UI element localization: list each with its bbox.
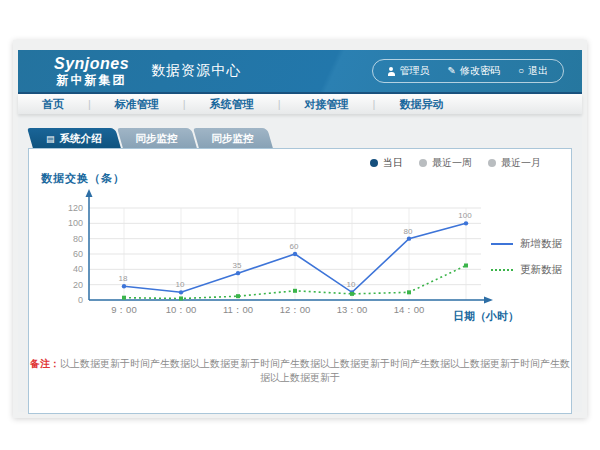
svg-text:80: 80 [404, 227, 413, 236]
line-chart: 0204060801001209：0010：0011：0012：0013：001… [49, 186, 504, 331]
change-password-button[interactable]: ✎ 修改密码 [439, 64, 509, 78]
svg-text:100: 100 [68, 218, 83, 228]
legend-line-dotted-icon [491, 269, 513, 271]
company-logo: Synjones 新中新集团 [54, 56, 129, 86]
legend-item-new-data: 新增数据 [491, 237, 573, 251]
footnote: 备注：以上数据更新于时间产生数据以上数据更新于时间产生数据以上数据更新于时间产生… [29, 357, 571, 385]
svg-text:0: 0 [78, 295, 83, 305]
content-area: ▤系统介绍 同步监控 同步监控 当日 最近一周 [18, 114, 582, 412]
admin-label: 管理员 [400, 64, 430, 78]
filter-today[interactable]: 当日 [370, 156, 403, 170]
svg-text:9：00: 9：00 [111, 304, 136, 315]
svg-text:20: 20 [73, 280, 83, 290]
user-icon [388, 67, 395, 75]
tab-system-intro[interactable]: ▤系统介绍 [30, 128, 118, 148]
edit-icon: ✎ [448, 66, 456, 76]
x-axis-title: 日期（小时） [453, 309, 519, 324]
svg-text:10: 10 [176, 280, 185, 289]
page-title: 数据资源中心 [151, 62, 241, 80]
y-axis-title: 数据交换（条） [41, 171, 125, 186]
nav-item-system-mgmt[interactable]: 系统管理 [186, 97, 278, 112]
svg-text:14：00: 14：00 [394, 304, 425, 315]
logout-button[interactable]: ○ 退出 [509, 64, 557, 78]
chart-panel: 当日 最近一周 最近一月 数据交换（条） 0204060801001209：00… [28, 148, 572, 414]
svg-text:10：00: 10：00 [166, 304, 197, 315]
nav-item-data-change[interactable]: 数据异动 [375, 97, 467, 112]
svg-text:80: 80 [73, 234, 83, 244]
footnote-prefix: 备注： [30, 358, 60, 369]
time-range-filter: 当日 最近一周 最近一月 [354, 156, 541, 170]
document-grid-icon: ▤ [46, 134, 55, 144]
radio-icon [419, 159, 427, 167]
svg-text:18: 18 [119, 274, 128, 283]
power-icon: ○ [518, 66, 524, 76]
radio-icon [488, 159, 496, 167]
chart-legend: 新增数据 更新数据 [491, 237, 573, 289]
nav-item-interface-mgmt[interactable]: 对接管理 [281, 97, 373, 112]
legend-item-update-data: 更新数据 [491, 263, 573, 277]
main-nav: 首页 | 标准管理 | 系统管理 | 对接管理 | 数据异动 [18, 94, 582, 114]
tab-sync-monitor-2[interactable]: 同步监控 [196, 128, 270, 148]
nav-item-standard-mgmt[interactable]: 标准管理 [91, 97, 183, 112]
app-window: Synjones 新中新集团 数据资源中心 管理员 ✎ 修改密码 ○ 退出 首页… [13, 40, 587, 418]
header: Synjones 新中新集团 数据资源中心 管理员 ✎ 修改密码 ○ 退出 [18, 50, 582, 94]
legend-line-solid-icon [491, 243, 513, 245]
footnote-text: 以上数据更新于时间产生数据以上数据更新于时间产生数据以上数据更新于时间产生数据以… [60, 358, 570, 383]
svg-text:10: 10 [347, 280, 356, 289]
logo-text-en: Synjones [54, 56, 129, 72]
svg-text:13：00: 13：00 [337, 304, 368, 315]
logout-label: 退出 [528, 64, 548, 78]
user-toolbar: 管理员 ✎ 修改密码 ○ 退出 [372, 59, 564, 83]
tab-sync-monitor-1[interactable]: 同步监控 [120, 128, 194, 148]
svg-text:60: 60 [290, 242, 299, 251]
svg-text:12：00: 12：00 [280, 304, 311, 315]
svg-text:120: 120 [68, 203, 83, 213]
logo-text-cn: 新中新集团 [54, 74, 129, 86]
nav-item-home[interactable]: 首页 [18, 97, 88, 112]
svg-text:100: 100 [458, 211, 472, 220]
change-password-label: 修改密码 [460, 64, 500, 78]
svg-text:35: 35 [233, 261, 242, 270]
radio-selected-icon [370, 159, 378, 167]
svg-text:40: 40 [73, 264, 83, 274]
svg-text:60: 60 [73, 249, 83, 259]
filter-last-month[interactable]: 最近一月 [488, 156, 541, 170]
svg-text:11：00: 11：00 [223, 304, 253, 315]
tab-bar: ▤系统介绍 同步监控 同步监控 [30, 128, 272, 148]
admin-button[interactable]: 管理员 [379, 64, 439, 78]
filter-last-week[interactable]: 最近一周 [419, 156, 472, 170]
